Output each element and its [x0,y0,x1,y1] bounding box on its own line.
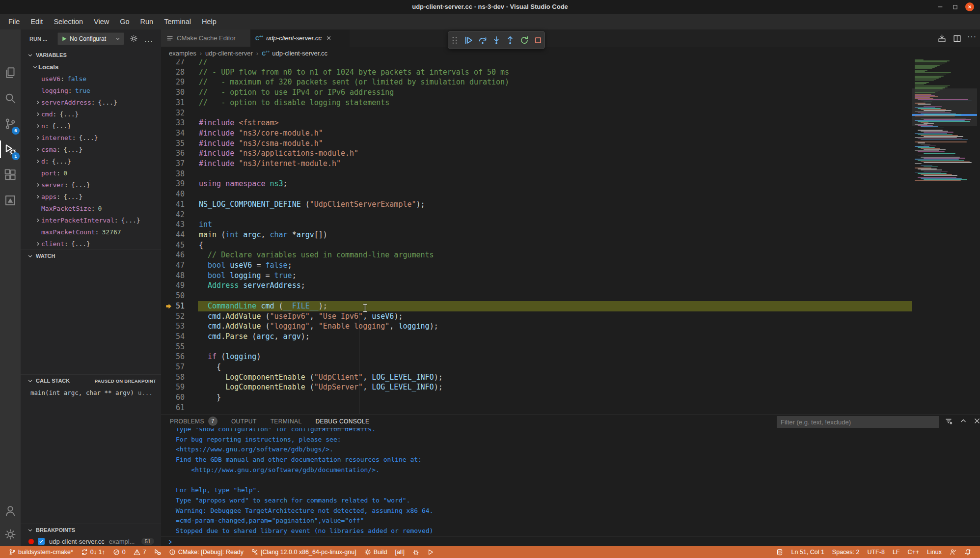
line-number[interactable]: 42 [161,210,185,220]
line-number[interactable]: 34 [161,128,185,139]
code-line-49[interactable]: 49 Address serverAddress; [161,280,912,291]
status-branch[interactable]: buildsystem-cmake* [5,546,77,558]
variable-interPacketInterval[interactable]: interPacketInterval:{...} [21,214,161,226]
code-line-29[interactable]: 29// - maximum of 320 packets sent (or l… [161,77,912,87]
launch-config-gear-button[interactable] [130,34,138,43]
line-number[interactable]: 29 [161,77,185,87]
variable-client[interactable]: client:{...} [21,238,161,250]
variable-serverAddress[interactable]: serverAddress:{...} [21,96,161,108]
variables-section-header[interactable]: VARIABLES [21,49,161,61]
line-number[interactable]: 50 [161,291,185,301]
variable-n[interactable]: n:{...} [21,120,161,132]
more-actions-button[interactable]: ··· [967,32,977,41]
code-line-47[interactable]: 47 bool useV6 = false; [161,260,912,271]
breadcrumb-item-examples[interactable]: examples [169,50,196,57]
line-number[interactable]: 40 [161,189,185,199]
code-line-32[interactable]: 32 [161,108,912,118]
maximize-button[interactable] [951,2,959,11]
breakpoint-row[interactable]: udp-client-server.cc exampl... 51 [21,535,161,546]
line-number[interactable]: 44 [161,230,185,240]
line-number[interactable]: 59 [161,382,185,392]
activity-explorer[interactable] [0,61,21,84]
split-editor-button[interactable] [953,34,961,43]
tab-udp-client-server-cc[interactable]: C++udp-client-server.cc [250,29,350,47]
status-errors[interactable]: 0 [109,546,130,558]
debug-drag-handle[interactable] [448,34,461,47]
menu-file[interactable]: File [3,14,25,29]
status-server[interactable] [772,546,787,558]
code-line-45[interactable]: 45{ [161,240,912,251]
line-number[interactable]: 31 [161,98,185,108]
code-line-43[interactable]: 43int [161,220,912,230]
status-feedback[interactable] [946,546,960,558]
variable-port[interactable]: port:0 [21,167,161,179]
code-editor[interactable]: 27//28// - UDP flow from n0 to n1 of 102… [161,59,912,414]
status-cmake[interactable]: CMake: [Debug]: Ready [165,546,247,558]
debug-console-input[interactable] [161,536,980,547]
line-number[interactable]: 41 [161,199,185,210]
debug-restart-button[interactable] [518,34,530,47]
menu-run[interactable]: Run [135,14,159,29]
line-number[interactable]: 37 [161,159,185,169]
breadcrumb-item-udp-client-server[interactable]: udp-client-server [205,50,253,57]
code-line-35[interactable]: 35#include "ns3/csma-module.h" [161,139,912,149]
status-eol[interactable]: LF [889,546,904,558]
line-number[interactable]: 57 [161,362,185,372]
minimap[interactable] [912,59,977,414]
activity-cmake[interactable] [0,189,21,212]
variable-server[interactable]: server:{...} [21,179,161,191]
debug-step-over-button[interactable] [476,34,489,47]
variable-maxPacketCount[interactable]: maxPacketCount:32767 [21,226,161,238]
line-number[interactable]: 45 [161,240,185,251]
line-number[interactable]: 60 [161,392,185,403]
status-sync[interactable]: 0↓ 1↑ [77,546,109,558]
variable-useV6[interactable]: useV6:false [21,73,161,84]
line-number[interactable]: 47 [161,260,185,271]
locals-scope-row[interactable]: Locals [21,61,161,73]
line-number[interactable]: 33 [161,118,185,128]
menu-help[interactable]: Help [196,14,222,29]
panel-tab-problems[interactable]: PROBLEMS7 [170,415,218,428]
code-line-46[interactable]: 46 // Declare variables used in command-… [161,250,912,260]
breadcrumb-item-udp-client-server-cc[interactable]: udp-client-server.cc [272,50,327,57]
activity-accounts[interactable] [0,499,21,523]
line-number[interactable]: 53 [161,321,185,332]
close-tab-icon[interactable] [326,35,332,41]
activity-source-control[interactable]: 6 [0,112,21,136]
variable-MaxPacketSize[interactable]: MaxPacketSize:0 [21,202,161,214]
code-line-33[interactable]: 33#include <fstream> [161,118,912,128]
code-line-60[interactable]: 60 } [161,392,912,403]
line-number[interactable]: 56 [161,352,185,362]
close-panel-icon[interactable] [973,417,980,425]
code-line-51[interactable]: 51 CommandLine cmd (__FILE__); [161,301,912,311]
code-line-53[interactable]: 53 cmd.AddValue ("logging", "Enable logg… [161,321,912,332]
line-number[interactable]: 30 [161,87,185,98]
code-line-48[interactable]: 48 bool logging = true; [161,271,912,281]
code-line-39[interactable]: 39using namespace ns3; [161,179,912,189]
code-line-36[interactable]: 36#include "ns3/applications-module.h" [161,148,912,159]
panel-tab-debug-console[interactable]: DEBUG CONSOLE [316,415,370,428]
status-notifications[interactable] [960,546,975,558]
debug-stop-button[interactable] [532,34,544,47]
more-actions-icon[interactable]: ··· [144,36,153,45]
close-window-button[interactable] [965,2,974,11]
status-kit[interactable]: [Clang 12.0.0 x86_64-pc-linux-gnu] [247,546,360,558]
menu-selection[interactable]: Selection [48,14,88,29]
code-line-52[interactable]: 52 cmd.AddValue ("useIpv6", "Use Ipv6", … [161,311,912,322]
status-target[interactable]: [all] [391,546,408,558]
code-line-28[interactable]: 28// - UDP flow from n0 to n1 of 1024 by… [161,67,912,78]
line-number[interactable]: 27 [161,59,185,67]
debug-step-out-button[interactable] [504,34,517,47]
menu-go[interactable]: Go [114,14,135,29]
line-number[interactable]: 43 [161,220,185,230]
line-number[interactable]: 48 [161,271,185,281]
minimize-button[interactable] [936,2,945,11]
line-number[interactable]: 38 [161,169,185,179]
line-number[interactable]: 35 [161,139,185,149]
variable-apps[interactable]: apps:{...} [21,191,161,202]
line-number[interactable]: 49 [161,280,185,291]
code-line-58[interactable]: 58 LogComponentEnable ("UdpClient", LOG_… [161,372,912,383]
line-number[interactable]: 39 [161,179,185,189]
tab-cmake-cache-editor[interactable]: CMake Cache Editor [161,29,250,47]
line-number[interactable]: 32 [161,108,185,118]
